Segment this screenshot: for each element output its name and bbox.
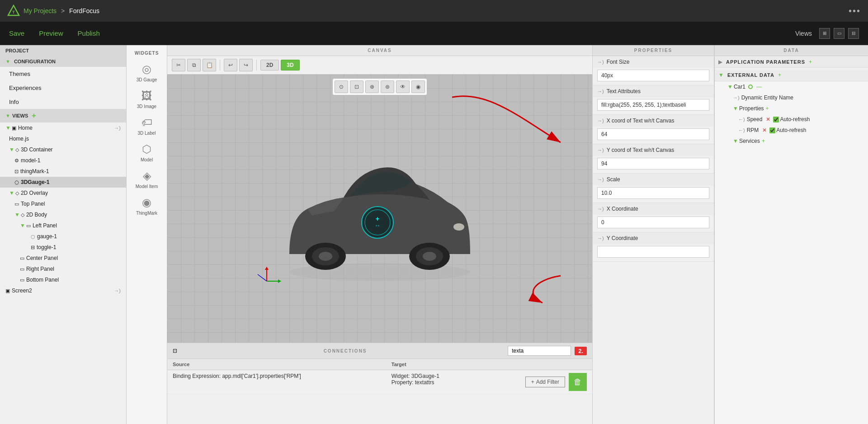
- model1-label: model-1: [21, 157, 40, 164]
- widget-3d-image[interactable]: 🖼 3D Image: [129, 86, 165, 113]
- add-filter-button[interactable]: + Add Filter: [525, 377, 565, 387]
- canvas-sub-toolbar: ⊙ ⊡ ⊕ ⊛ 👁 ◉: [332, 78, 427, 95]
- car-3d-view: + ++: [253, 127, 506, 290]
- sub-tool-2[interactable]: ⊡: [350, 80, 363, 93]
- widget-thingmark[interactable]: ◉ ThingMark: [129, 193, 165, 219]
- view-split-icon[interactable]: ⊞: [819, 28, 830, 39]
- connections-search-input[interactable]: [508, 346, 571, 356]
- prop-x-coordinate-input[interactable]: [597, 217, 709, 228]
- views-section-header[interactable]: ▼ VIEWS +: [0, 109, 126, 122]
- canvas-connections-area: CANVAS ✂ ⧉ 📋 ↩ ↪ 2D 3D ⊙ ⊡ ⊕ ⊛ 👁 ◉: [167, 45, 592, 424]
- sub-tool-6[interactable]: ◉: [411, 80, 425, 93]
- save-button[interactable]: Save: [9, 29, 39, 37]
- undo-button[interactable]: ↩: [224, 59, 237, 71]
- 2d-view-button[interactable]: 2D: [260, 60, 279, 71]
- view-single-icon[interactable]: ▭: [834, 28, 844, 39]
- prop-text-attrs-row[interactable]: →) Text Attributes: [593, 85, 714, 97]
- tree-item-3dgauge1[interactable]: ◌ 3DGauge-1: [0, 177, 126, 188]
- cut-button[interactable]: ✂: [172, 59, 185, 71]
- prop-y-coordinate-input[interactable]: [597, 246, 709, 258]
- sub-tool-4[interactable]: ⊛: [381, 80, 394, 93]
- rpm-auto-refresh-label: Auto-refresh: [776, 127, 806, 133]
- connections-export-icon[interactable]: ⊡: [173, 348, 186, 354]
- app-params-section[interactable]: ▶ APPLICATION PARAMETERS +: [715, 56, 868, 68]
- tree-item-left-panel[interactable]: ▼ ▭ Left Panel: [0, 220, 126, 231]
- speed-auto-refresh-toggle[interactable]: Auto-refresh: [773, 116, 810, 122]
- rpm-auto-refresh-toggle[interactable]: Auto-refresh: [769, 127, 806, 133]
- tree-item-3d-container[interactable]: ▼ ◇ 3D Container: [0, 144, 126, 155]
- services-add-button[interactable]: +: [762, 138, 765, 144]
- 2d-overlay-icon: ◇: [15, 190, 19, 196]
- tree-item-homejs[interactable]: Home.js: [0, 133, 126, 144]
- widget-model[interactable]: ⬡ Model: [129, 139, 165, 166]
- preview-button[interactable]: Preview: [39, 29, 77, 37]
- properties-add-button[interactable]: +: [766, 105, 769, 112]
- copy-button[interactable]: ⧉: [187, 59, 201, 71]
- prop-x-coordinate-row[interactable]: →) X Coordinate: [593, 203, 714, 215]
- prop-text-attrs-arrow: →): [597, 89, 604, 94]
- tree-item-toggle1[interactable]: ⊟ toggle-1: [0, 242, 126, 253]
- configuration-section-header[interactable]: ▼ CONFIGURATION: [0, 56, 126, 67]
- app-params-add-button[interactable]: +: [809, 59, 812, 65]
- connection-source: Binding Expression: app.mdl['Car1'].prop…: [167, 370, 386, 394]
- prop-y-coordinate-arrow: →): [597, 236, 604, 241]
- rpm-auto-refresh-checkbox[interactable]: [769, 127, 775, 133]
- 2d-body-label: 2D Body: [26, 212, 47, 218]
- redo-button[interactable]: ↪: [239, 59, 253, 71]
- add-view-button[interactable]: +: [32, 112, 36, 120]
- services-item[interactable]: ▼ Services +: [715, 136, 868, 146]
- tree-item-model1[interactable]: ⚙ model-1: [0, 155, 126, 166]
- tree-item-top-panel[interactable]: ▭ Top Panel: [0, 198, 126, 209]
- prop-y-coord-row[interactable]: →) Y coord of Text w/r/t Canvas: [593, 144, 714, 156]
- prop-x-coord-row[interactable]: →) X coord of Text w/r/t Canvas: [593, 115, 714, 127]
- prop-font-size-input[interactable]: [597, 70, 709, 81]
- view-grid-icon[interactable]: ⊟: [848, 28, 859, 39]
- tree-item-2d-body[interactable]: ▼ ◇ 2D Body: [0, 209, 126, 220]
- sub-tool-3[interactable]: ⊕: [365, 80, 379, 93]
- delete-connection-button[interactable]: 🗑: [569, 373, 587, 391]
- properties-item[interactable]: ▼ Properties +: [715, 103, 868, 114]
- prop-scale-input[interactable]: [597, 187, 709, 199]
- tree-item-2d-overlay[interactable]: ▼ ◇ 2D Overlay: [0, 188, 126, 198]
- 3d-view-button[interactable]: 3D: [281, 60, 299, 71]
- widget-3d-label[interactable]: 🏷 3D Label: [129, 113, 165, 139]
- prop-x-coord-input[interactable]: [597, 128, 709, 140]
- experiences-nav-item[interactable]: Experiences: [0, 81, 126, 95]
- themes-nav-item[interactable]: Themes: [0, 67, 126, 81]
- external-data-section[interactable]: ▼ EXTERNAL DATA +: [715, 69, 868, 81]
- model-label: Model: [141, 157, 153, 162]
- more-menu-button[interactable]: •••: [849, 6, 861, 16]
- prop-y-coord-input[interactable]: [597, 158, 709, 170]
- widget-3d-gauge[interactable]: ◎ 3D Gauge: [129, 59, 165, 86]
- paste-button[interactable]: 📋: [203, 59, 216, 71]
- widget-model-item[interactable]: ◈ Model Item: [129, 166, 165, 193]
- tree-item-gauge1[interactable]: ◌ gauge-1: [0, 231, 126, 242]
- 3d-image-icon: 🖼: [142, 90, 152, 102]
- speed-auto-refresh-checkbox[interactable]: [773, 117, 779, 122]
- tree-item-center-panel[interactable]: ▭ Center Panel: [0, 253, 126, 264]
- my-projects-link[interactable]: My Projects: [24, 7, 57, 14]
- publish-button[interactable]: Publish: [78, 29, 114, 37]
- sub-tool-5[interactable]: 👁: [396, 80, 410, 93]
- prop-text-attrs-input[interactable]: [597, 99, 709, 111]
- speed-delete-button[interactable]: ✕: [766, 116, 770, 122]
- tree-item-home[interactable]: ▼ ▣ Home →): [0, 122, 126, 133]
- tree-item-bottom-panel[interactable]: ▭ Bottom Panel: [0, 274, 126, 285]
- info-nav-item[interactable]: Info: [0, 95, 126, 109]
- rpm-label: RPM: [747, 127, 759, 133]
- prop-font-size-row[interactable]: →) Font Size: [593, 56, 714, 68]
- external-data-add-button[interactable]: +: [778, 72, 781, 78]
- data-header: DATA: [715, 45, 868, 56]
- prop-scale-row[interactable]: →) Scale: [593, 174, 714, 185]
- rpm-delete-button[interactable]: ✕: [762, 127, 767, 133]
- car1-remove-button[interactable]: —: [756, 84, 762, 90]
- prop-y-coordinate-row[interactable]: →) Y Coordinate: [593, 232, 714, 244]
- sub-tool-1[interactable]: ⊙: [335, 80, 348, 93]
- project-section-header[interactable]: PROJECT: [0, 45, 126, 56]
- tree-item-thingmark1[interactable]: ⊡ thingMark-1: [0, 166, 126, 177]
- col-target: Target: [386, 359, 478, 370]
- tree-item-screen2[interactable]: ▣ Screen2 →): [0, 285, 126, 296]
- top-panel-icon: ▭: [14, 201, 19, 207]
- tree-item-right-panel[interactable]: ▭ Right Panel: [0, 264, 126, 274]
- car1-item[interactable]: ▼ Car1 —: [715, 81, 868, 92]
